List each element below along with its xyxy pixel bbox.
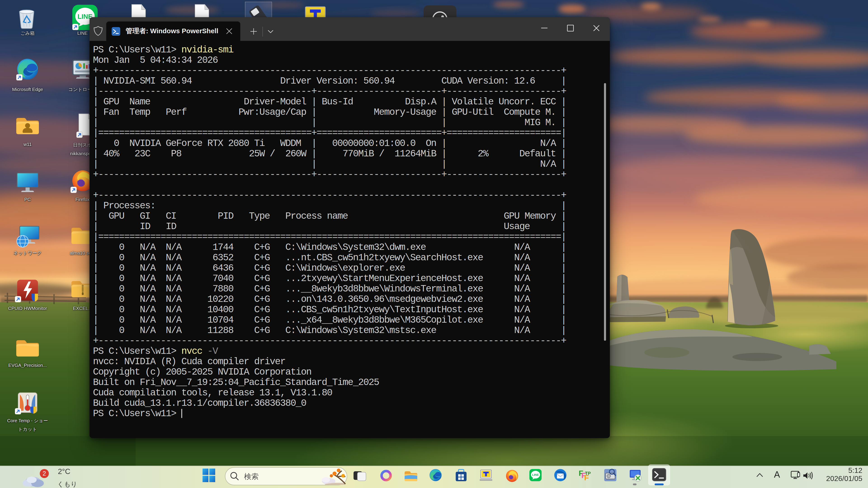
svg-text:2: 2: [42, 470, 46, 477]
svg-text:LINE: LINE: [532, 473, 539, 477]
svg-text:TP: TP: [585, 471, 591, 476]
